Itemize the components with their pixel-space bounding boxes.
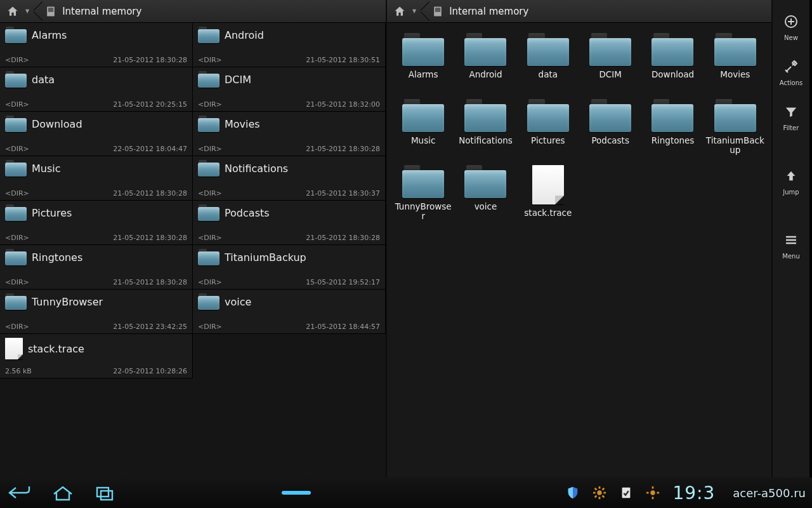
status-tray[interactable]: 19:3 acer-a500.ru bbox=[566, 483, 806, 504]
folder-icon bbox=[652, 33, 693, 66]
item-date: 21-05-2012 18:32:00 bbox=[306, 100, 380, 109]
system-bar: 19:3 acer-a500.ru bbox=[0, 478, 812, 508]
notification-indicator[interactable] bbox=[282, 491, 311, 495]
grid-item[interactable]: Movies bbox=[704, 30, 766, 91]
up-icon bbox=[782, 167, 800, 185]
breadcrumb: ▼ Internal memory bbox=[0, 0, 386, 23]
svg-line-20 bbox=[603, 488, 605, 490]
item-name: Podcasts bbox=[225, 207, 270, 219]
item-date: 21-05-2012 18:30:51 bbox=[306, 56, 380, 64]
item-name: data bbox=[539, 70, 558, 89]
item-date: 21-05-2012 18:30:28 bbox=[113, 189, 187, 197]
list-item[interactable]: Movies <DIR> 21-05-2012 18:30:28 bbox=[193, 112, 386, 156]
grid-item[interactable]: Download bbox=[641, 30, 704, 91]
tool-filter[interactable]: Filter bbox=[773, 103, 809, 131]
file-icon bbox=[5, 338, 23, 359]
item-size: <DIR> bbox=[5, 323, 29, 331]
folder-icon bbox=[198, 27, 219, 43]
folder-icon bbox=[5, 160, 27, 177]
list-item[interactable]: stack.trace 2.56 kB 22-05-2012 10:28:26 bbox=[0, 334, 193, 378]
item-date: 21-05-2012 23:42:25 bbox=[113, 323, 187, 331]
item-size: <DIR> bbox=[5, 56, 29, 64]
folder-icon bbox=[5, 293, 27, 310]
list-item[interactable]: Alarms <DIR> 21-05-2012 18:30:28 bbox=[0, 23, 193, 67]
item-date: 21-05-2012 18:30:28 bbox=[306, 234, 380, 242]
list-item[interactable]: Podcasts <DIR> 21-05-2012 18:30:28 bbox=[193, 201, 386, 245]
item-date: 21-05-2012 18:30:37 bbox=[306, 189, 380, 197]
list-item[interactable]: Download <DIR> 22-05-2012 18:04:47 bbox=[0, 112, 193, 156]
tool-label: Filter bbox=[783, 124, 799, 131]
list-item[interactable]: DCIM <DIR> 21-05-2012 18:32:00 bbox=[193, 67, 386, 112]
item-name: TunnyBrowser bbox=[32, 296, 103, 308]
list-item[interactable]: TitaniumBackup <DIR> 15-05-2012 19:52:17 bbox=[193, 245, 386, 290]
item-name: Pictures bbox=[32, 207, 72, 219]
file-icon bbox=[532, 165, 564, 204]
svg-rect-10 bbox=[97, 488, 108, 497]
list-item[interactable]: Pictures <DIR> 21-05-2012 18:30:28 bbox=[0, 201, 193, 245]
breadcrumb-home[interactable]: ▼ bbox=[0, 0, 38, 22]
breadcrumb-home[interactable]: ▼ bbox=[387, 0, 425, 22]
grid-item[interactable]: stack.trace bbox=[517, 163, 579, 230]
item-date: 21-05-2012 18:30:28 bbox=[306, 145, 380, 153]
folder-icon bbox=[589, 99, 631, 132]
svg-point-22 bbox=[651, 490, 655, 495]
list-item[interactable]: voice <DIR> 21-05-2012 18:44:57 bbox=[193, 290, 386, 334]
list-item[interactable]: Ringtones <DIR> 21-05-2012 18:30:28 bbox=[0, 245, 193, 290]
item-size: <DIR> bbox=[5, 100, 29, 109]
svg-rect-11 bbox=[101, 491, 112, 500]
grid-item[interactable]: TunnyBrowser bbox=[392, 163, 454, 230]
list-item[interactable]: Notifications <DIR> 21-05-2012 18:30:37 bbox=[193, 156, 386, 201]
folder-icon bbox=[5, 249, 27, 265]
item-name: Music bbox=[411, 136, 435, 155]
folder-icon bbox=[198, 71, 219, 88]
item-name: Podcasts bbox=[591, 136, 629, 155]
grid-item[interactable]: data bbox=[517, 30, 579, 91]
list-item[interactable]: Music <DIR> 21-05-2012 18:30:28 bbox=[0, 156, 193, 201]
folder-icon bbox=[198, 116, 219, 132]
folder-icon bbox=[5, 27, 27, 43]
item-name: DCIM bbox=[599, 70, 621, 89]
storage-icon bbox=[44, 5, 57, 18]
grid-item[interactable]: voice bbox=[454, 163, 516, 230]
tools-icon bbox=[782, 58, 800, 76]
item-date: 21-05-2012 20:25:15 bbox=[113, 100, 187, 109]
list-item[interactable]: TunnyBrowser <DIR> 21-05-2012 23:42:25 bbox=[0, 290, 193, 334]
grid-item[interactable]: Music bbox=[392, 97, 454, 157]
list-item[interactable]: Android <DIR> 21-05-2012 18:30:51 bbox=[193, 23, 386, 67]
grid-item[interactable]: DCIM bbox=[579, 30, 641, 91]
recent-apps-button[interactable] bbox=[93, 483, 119, 503]
item-size: <DIR> bbox=[5, 278, 29, 286]
grid-item[interactable]: Pictures bbox=[517, 97, 579, 157]
tool-new[interactable]: New bbox=[773, 13, 809, 41]
chevron-down-icon: ▼ bbox=[412, 8, 416, 14]
tool-jump[interactable]: Jump bbox=[773, 167, 809, 196]
item-name: Ringtones bbox=[32, 251, 82, 264]
grid-item[interactable]: Podcasts bbox=[579, 97, 641, 157]
breadcrumb-storage[interactable]: Internal memory bbox=[425, 0, 537, 22]
item-name: TitaniumBackup bbox=[706, 136, 764, 155]
grid-item[interactable]: Ringtones bbox=[641, 97, 704, 157]
storage-icon bbox=[431, 5, 444, 18]
item-size: <DIR> bbox=[198, 145, 222, 153]
item-name: Ringtones bbox=[652, 136, 695, 155]
clipboard-icon bbox=[619, 486, 633, 500]
tool-menu[interactable]: Menu bbox=[773, 231, 809, 260]
item-name: Notifications bbox=[459, 136, 513, 155]
item-size: <DIR> bbox=[198, 189, 222, 197]
svg-rect-3 bbox=[435, 8, 440, 12]
svg-line-19 bbox=[595, 496, 597, 498]
home-button[interactable] bbox=[49, 483, 76, 503]
item-name: TitaniumBackup bbox=[225, 251, 306, 264]
folder-icon bbox=[527, 99, 569, 132]
grid-item[interactable]: Android bbox=[454, 30, 516, 91]
breadcrumb-storage[interactable]: Internal memory bbox=[38, 0, 150, 22]
file-grid[interactable]: Alarms Android data DCIM Download Movies… bbox=[387, 23, 771, 478]
file-list[interactable]: Alarms <DIR> 21-05-2012 18:30:28 Android… bbox=[0, 23, 386, 478]
list-item[interactable]: data <DIR> 21-05-2012 20:25:15 bbox=[0, 67, 193, 112]
tool-actions[interactable]: Actions bbox=[773, 58, 809, 86]
grid-item[interactable]: Alarms bbox=[392, 30, 454, 91]
back-button[interactable] bbox=[6, 483, 33, 503]
grid-item[interactable]: Notifications bbox=[454, 97, 516, 157]
grid-item[interactable]: TitaniumBackup bbox=[704, 97, 766, 157]
folder-icon bbox=[464, 33, 506, 66]
